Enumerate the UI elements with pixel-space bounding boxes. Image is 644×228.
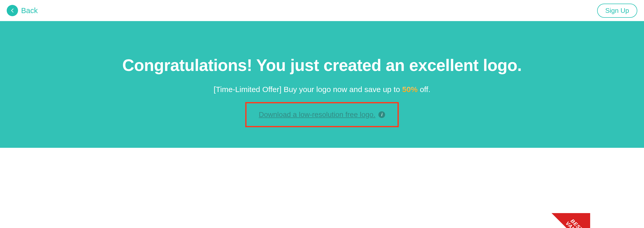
hero-banner: Congratulations! You just created an exc… — [0, 21, 644, 148]
subtitle-suffix: off. — [418, 85, 430, 94]
plan-plus-label: PLUS — [486, 227, 507, 228]
plan-card-plus[interactable]: PLUS BEST VALUE — [402, 213, 590, 228]
sign-up-button[interactable]: Sign Up — [597, 4, 638, 18]
info-icon[interactable]: i — [378, 111, 385, 118]
plans-row: BASIC PLUS BEST VALUE — [26, 213, 618, 228]
plan-basic-label: BASIC — [296, 227, 320, 228]
best-value-ribbon: BEST VALUE — [552, 213, 590, 228]
hero-subtitle: [Time-Limited Offer] Buy your logo now a… — [0, 85, 644, 94]
top-header: Back Sign Up — [0, 0, 644, 21]
hero-title: Congratulations! You just created an exc… — [0, 56, 644, 75]
download-free-logo-link[interactable]: Download a low-resolution free logo. — [259, 111, 376, 119]
best-value-text: BEST VALUE — [560, 213, 590, 228]
logo-preview-card — [26, 213, 214, 228]
plan-card-basic[interactable]: BASIC — [214, 213, 402, 228]
back-link[interactable]: Back — [7, 5, 38, 16]
discount-badge: 50% — [402, 85, 418, 94]
arrow-left-icon — [7, 5, 18, 16]
hero-section: Congratulations! You just created an exc… — [0, 21, 644, 228]
subtitle-prefix: [Time-Limited Offer] Buy your logo now a… — [214, 85, 402, 94]
back-label: Back — [21, 6, 38, 15]
download-highlight-box: Download a low-resolution free logo. i — [245, 102, 399, 127]
